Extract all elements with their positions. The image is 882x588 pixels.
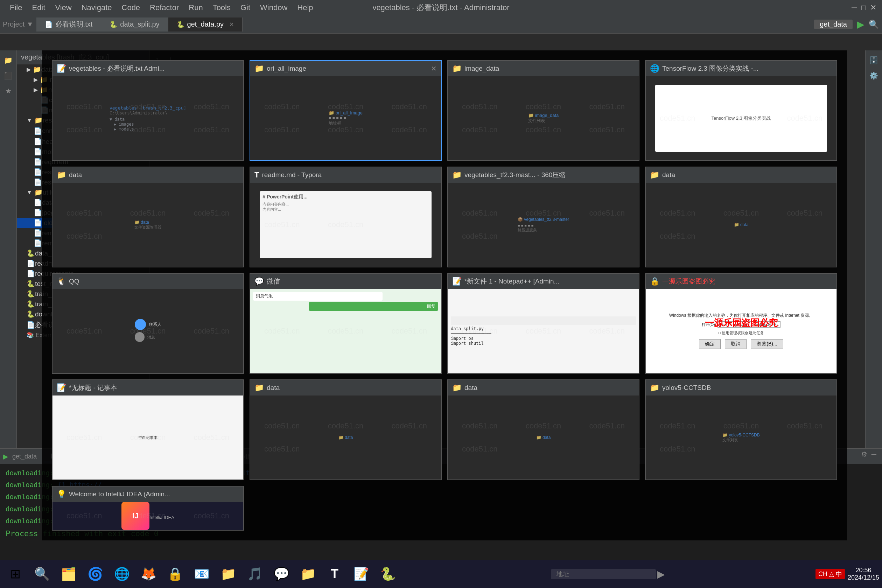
window-thumb-qq[interactable]: 🐧 QQ 联系人 消息 code51.cn code51.cn code51.c… (52, 273, 244, 374)
menu-refactor[interactable]: Refactor (146, 2, 183, 14)
win-title-5: data (69, 171, 239, 179)
tab-close[interactable]: ✕ (229, 21, 234, 28)
run-indicator: ▶ (3, 452, 8, 460)
wechat-icon2: 💬 (274, 567, 290, 581)
chrome-icon: 🌐 (650, 64, 659, 73)
taskbar-chrome[interactable]: 🌐 (109, 561, 134, 586)
folder-icon6: 📁 (452, 383, 462, 392)
run-config-label[interactable]: get_data (814, 20, 853, 29)
win-header-17: 💡 Welcome to IntelliJ IDEA (Admin... (52, 486, 243, 502)
window-controls: ─ □ ✕ (852, 3, 876, 12)
tab-getdata[interactable]: 🐍 get_data.py ✕ (168, 18, 243, 32)
maximize-button[interactable]: □ (861, 3, 866, 12)
taskbar-pycharm[interactable]: 🐍 (375, 561, 400, 586)
taskbar-music[interactable]: 🎵 (242, 561, 267, 586)
close-panel-icon[interactable]: ─ (872, 450, 876, 459)
taskbar-lock[interactable]: 🔒 (162, 561, 188, 586)
menu-tools[interactable]: Tools (208, 2, 235, 14)
window-thumb-ide[interactable]: 📝 vegetables - 必看说明.txt Admi... vegetabl… (52, 60, 244, 161)
win-body-5: 📁 data 文件资源管理器 code51.cn code51.cn code5… (52, 183, 243, 267)
window-thumb-data2[interactable]: 📁 data 📁 data code51.cn code51.cn code51… (645, 166, 837, 267)
window-thumb-notepadpp[interactable]: 📝 *新文件 1 - Notepad++ [Admin... data_spli… (447, 273, 639, 374)
window-thumb-notepad[interactable]: 📝 *无标题 - 记事本 空白记事本 code51.cn code51.cn c… (52, 380, 244, 480)
sidebar-structure-icon[interactable]: ⬛ (2, 69, 15, 82)
pycharm-icon: 🐍 (380, 567, 396, 581)
menu-code[interactable]: Code (118, 2, 144, 14)
windows-icon: ⊞ (10, 567, 21, 581)
taskview-button[interactable]: 🗂️ (56, 561, 81, 586)
close-button[interactable]: ✕ (870, 3, 876, 12)
project-label[interactable]: Project ▼ (3, 20, 34, 28)
window-thumb-typora[interactable]: T readme.md - Typora # PowerPoint使用... 内… (249, 166, 442, 267)
win-header-7: 📁 vegetables_tf2.3-mast... - 360压缩 (448, 167, 639, 183)
folder-icon3: 📁 (57, 171, 66, 180)
window-thumb-data3[interactable]: 📁 data 📁 data code51.cn code51.cn code51… (249, 380, 442, 480)
window-thumb-data4[interactable]: 📁 data 📁 data code51.cn code51.cn code51… (447, 380, 639, 480)
sidebar-project-icon[interactable]: 📁 (2, 53, 15, 67)
red-banner-text: 一源乐园盗图必究 (705, 317, 778, 329)
menu-view[interactable]: View (51, 2, 76, 14)
taskbar-edge[interactable]: 🌀 (82, 561, 108, 586)
win-title-11: *新文件 1 - Notepad++ [Admin... (465, 277, 634, 286)
taskbar-firefox[interactable]: 🦊 (136, 561, 161, 586)
start-button[interactable]: ⊞ (3, 561, 28, 586)
cancel-button[interactable]: 取消 (725, 339, 747, 349)
taskbar-notepad2[interactable]: 📝 (349, 561, 374, 586)
browse-button[interactable]: 浏览(B)... (751, 339, 783, 349)
chrome-icon2: 🌐 (114, 567, 130, 581)
taskbar-typora2[interactable]: T (322, 561, 347, 586)
qq-icon: 🐧 (57, 277, 66, 286)
run-config-name[interactable]: get_data (12, 453, 37, 460)
dialog-buttons: 确定 取消 浏览(B)... (698, 339, 784, 350)
sidebar-favorites-icon[interactable]: ★ (2, 84, 15, 98)
music-icon: 🎵 (247, 567, 263, 581)
taskbar-folder2[interactable]: 📁 (296, 561, 321, 586)
minimize-button[interactable]: ─ (852, 3, 857, 12)
firefox-icon: 🦊 (141, 567, 156, 581)
menu-edit[interactable]: Edit (28, 2, 50, 14)
win-header-9: 🐧 QQ (52, 274, 243, 289)
win-header-2: 📁 ori_all_image ✕ (250, 61, 441, 76)
window-thumb-imagedata[interactable]: 📁 image_data 📁 image_data 文件列表 code51.cn… (447, 60, 639, 161)
window-thumb-yolov5[interactable]: 📁 yolov5-CCTSDB 📁 yolov5-CCTSDB 文件列表 cod… (645, 380, 837, 480)
run-button[interactable]: ▶ (857, 18, 864, 30)
menu-file[interactable]: File (6, 2, 26, 14)
structure-icon[interactable]: ⚙️ (867, 69, 881, 82)
win-title-4: TensorFlow 2.3 图像分类实战 -... (662, 64, 832, 73)
confirm-button[interactable]: 确定 (699, 339, 721, 349)
win-body-10: 消息气泡 回复 code51.cn code51.cn code51.cn (250, 289, 441, 373)
intellij-icon: 💡 (57, 490, 66, 499)
taskbar-explorer[interactable]: 📁 (216, 561, 241, 586)
notepadpp-icon: 📝 (452, 277, 462, 286)
edge-icon: 🌀 (87, 567, 103, 581)
tab-readme[interactable]: 📄 必看说明.txt (36, 18, 102, 32)
window-thumb-ori[interactable]: 📁 ori_all_image ✕ 📁 ori_all_image ■ ■ ■ … (249, 60, 442, 161)
taskbar-mail[interactable]: 📧 (189, 561, 214, 586)
search-everywhere-icon[interactable]: 🔍 (869, 20, 879, 29)
menu-help[interactable]: Help (293, 2, 317, 14)
win-title-12: 一源乐园盗图必究 (662, 277, 832, 286)
menu-navigate[interactable]: Navigate (77, 2, 116, 14)
language-indicator[interactable]: CH △ 中 (816, 569, 845, 579)
win-title-10: 微信 (267, 277, 437, 286)
search-taskbar[interactable]: 🔍 (29, 561, 55, 586)
database-icon[interactable]: 🗄️ (867, 53, 881, 67)
win-close-2[interactable]: ✕ (431, 64, 437, 73)
window-thumb-data1[interactable]: 📁 data 📁 data 文件资源管理器 code51.cn code51.c… (52, 166, 244, 267)
window-thumb-dialog[interactable]: 🔒 一源乐园盗图必究 Windows 根据你的输入的名称，为你打开相应的程序、文… (645, 273, 837, 374)
win-body-16: 📁 yolov5-CCTSDB 文件列表 code51.cn code51.cn… (646, 396, 837, 480)
settings-icon[interactable]: ⚙ (861, 450, 867, 459)
menu-run[interactable]: Run (184, 2, 207, 14)
window-thumb-archiver[interactable]: 📁 vegetables_tf2.3-mast... - 360压缩 📦 veg… (447, 166, 639, 267)
menu-git[interactable]: Git (236, 2, 255, 14)
taskbar-wechat2[interactable]: 💬 (269, 561, 294, 586)
address-search-icon[interactable]: ▶ (657, 568, 665, 580)
tab-datasplit[interactable]: 🐍 data_split.py (101, 18, 168, 32)
folder-icon8: 📁 (300, 567, 316, 581)
window-thumb-intellij[interactable]: 💡 Welcome to IntelliJ IDEA (Admin... IJ … (52, 486, 244, 531)
window-thumb-browser[interactable]: 🌐 TensorFlow 2.3 图像分类实战 -... TensorFlow … (645, 60, 837, 161)
menu-window[interactable]: Window (256, 2, 291, 14)
address-search-input[interactable] (551, 569, 656, 579)
window-thumb-wechat[interactable]: 💬 微信 消息气泡 回复 code51.cn code51.cn code51.… (249, 273, 442, 374)
file-icon: 📄 (45, 21, 52, 28)
